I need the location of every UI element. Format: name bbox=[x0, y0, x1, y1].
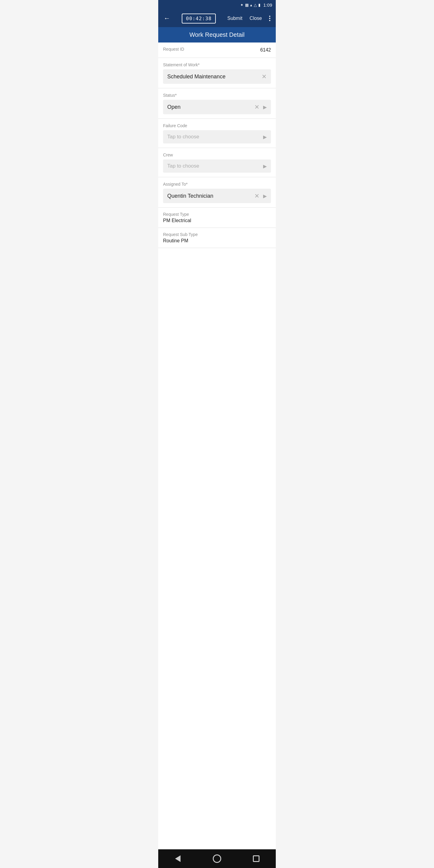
status-icons: ✦ ▩ ▴ △ ▮ bbox=[240, 3, 260, 7]
back-nav-button[interactable] bbox=[172, 852, 184, 865]
page-title-bar: Work Request Detail bbox=[158, 27, 276, 42]
back-nav-icon bbox=[175, 855, 181, 862]
status-time: 1:09 bbox=[264, 2, 272, 7]
crew-row: Crew Tap to choose ▶ bbox=[158, 148, 276, 177]
assigned-to-row: Assigned To* Quentin Technician ✕ ▶ bbox=[158, 177, 276, 208]
crew-arrow-icon[interactable]: ▶ bbox=[263, 163, 267, 169]
more-dot bbox=[269, 18, 270, 19]
request-type-row: Request Type PM Electrical bbox=[158, 208, 276, 228]
statement-of-work-label: Statement of Work* bbox=[163, 62, 199, 67]
assigned-to-label: Assigned To* bbox=[163, 182, 187, 187]
assigned-to-value: Quentin Technician bbox=[167, 193, 213, 199]
failure-code-arrow-icon[interactable]: ▶ bbox=[263, 134, 267, 140]
status-arrow-icon[interactable]: ▶ bbox=[263, 104, 267, 110]
battery-icon: ▮ bbox=[258, 3, 260, 7]
failure-code-field[interactable]: Tap to choose ▶ bbox=[163, 130, 271, 144]
failure-code-label: Failure Code bbox=[163, 123, 187, 128]
statement-of-work-row: Statement of Work* Scheduled Maintenance… bbox=[158, 58, 276, 88]
failure-code-icons: ▶ bbox=[263, 134, 267, 140]
status-clear-icon[interactable]: ✕ bbox=[254, 103, 259, 111]
request-id-label: Request ID bbox=[163, 47, 184, 52]
failure-code-placeholder: Tap to choose bbox=[167, 134, 199, 140]
statement-of-work-value: Scheduled Maintenance bbox=[167, 73, 225, 80]
status-bar: ✦ ▩ ▴ △ ▮ 1:09 bbox=[158, 0, 276, 10]
timer-display: 00:42:38 bbox=[182, 13, 216, 24]
status-row: Status* Open ✕ ▶ bbox=[158, 88, 276, 119]
bluetooth-icon: ✦ bbox=[240, 3, 244, 7]
status-label: Status* bbox=[163, 93, 177, 98]
wifi-icon: ▴ bbox=[250, 3, 252, 7]
request-sub-type-value: Routine PM bbox=[163, 238, 271, 244]
request-id-value: 6142 bbox=[260, 47, 271, 53]
statement-of-work-field[interactable]: Scheduled Maintenance ✕ bbox=[163, 69, 271, 84]
signal-icon: △ bbox=[254, 3, 257, 7]
back-button[interactable]: ← bbox=[162, 13, 172, 24]
statement-of-work-clear-icon[interactable]: ✕ bbox=[261, 73, 267, 80]
nav-bar: ← 00:42:38 Submit Close bbox=[158, 10, 276, 27]
crew-label: Crew bbox=[163, 153, 173, 157]
request-type-label: Request Type bbox=[163, 212, 271, 217]
request-sub-type-label: Request Sub Type bbox=[163, 232, 271, 237]
submit-button[interactable]: Submit bbox=[226, 14, 244, 22]
crew-icons: ▶ bbox=[263, 163, 267, 169]
more-dot bbox=[269, 20, 270, 21]
more-dot bbox=[269, 16, 270, 17]
assigned-to-field[interactable]: Quentin Technician ✕ ▶ bbox=[163, 189, 271, 203]
nav-actions: Submit Close bbox=[226, 14, 272, 22]
crew-field[interactable]: Tap to choose ▶ bbox=[163, 159, 271, 173]
more-menu-button[interactable] bbox=[268, 14, 272, 22]
statement-of-work-icons: ✕ bbox=[261, 73, 267, 80]
crew-placeholder: Tap to choose bbox=[167, 163, 199, 169]
home-nav-button[interactable] bbox=[211, 852, 223, 865]
request-type-value: PM Electrical bbox=[163, 218, 271, 223]
bottom-nav bbox=[158, 849, 276, 868]
assigned-to-icons: ✕ ▶ bbox=[254, 192, 267, 199]
request-sub-type-row: Request Sub Type Routine PM bbox=[158, 228, 276, 248]
status-icons: ✕ ▶ bbox=[254, 103, 267, 111]
recent-nav-button[interactable] bbox=[250, 852, 262, 865]
close-button[interactable]: Close bbox=[248, 14, 263, 22]
failure-code-row: Failure Code Tap to choose ▶ bbox=[158, 119, 276, 148]
form-content: Request ID 6142 Statement of Work* Sched… bbox=[158, 42, 276, 849]
status-field[interactable]: Open ✕ ▶ bbox=[163, 100, 271, 114]
recent-nav-icon bbox=[253, 855, 259, 862]
page-title: Work Request Detail bbox=[189, 31, 244, 38]
request-id-row: Request ID 6142 bbox=[158, 42, 276, 58]
status-value: Open bbox=[167, 104, 181, 110]
assigned-to-clear-icon[interactable]: ✕ bbox=[254, 192, 259, 199]
home-nav-icon bbox=[213, 855, 221, 863]
assigned-to-arrow-icon[interactable]: ▶ bbox=[263, 193, 267, 199]
vibrate-icon: ▩ bbox=[245, 3, 249, 7]
